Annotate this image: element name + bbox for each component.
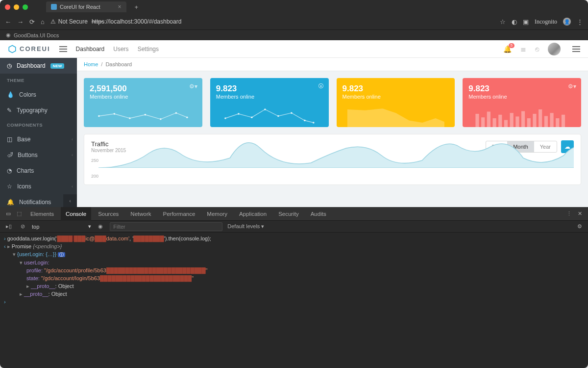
bell-icon[interactable]: 🔔5 xyxy=(503,45,512,53)
brand-text: COREUI xyxy=(20,45,50,53)
svg-rect-26 xyxy=(533,114,537,127)
reload-button[interactable]: ⟳ xyxy=(29,18,35,26)
drop-icon: 💧 xyxy=(7,91,14,98)
location-icon[interactable]: ⦿ xyxy=(318,83,324,90)
devtools-menu-icon[interactable]: ⋮ xyxy=(564,210,574,217)
sidebar-toggle-icon[interactable] xyxy=(59,46,67,52)
chevron-down-icon: ▾ xyxy=(88,223,91,230)
context-selector[interactable]: top xyxy=(32,224,39,230)
traffic-chart xyxy=(98,129,574,168)
y-tick: 200 xyxy=(91,174,98,179)
brand-logo[interactable]: COREUI xyxy=(8,45,50,53)
url-bar: ← → ⟳ ⌂ ⚠ Not Secure https://localhost:3… xyxy=(0,14,588,29)
svg-point-3 xyxy=(129,117,131,119)
pin-icon[interactable]: ⎋ xyxy=(535,45,539,53)
browser-menu-icon[interactable]: ⋮ xyxy=(577,18,583,26)
tab-audits[interactable]: Audits xyxy=(306,207,331,221)
tab-title: CoreUI for React xyxy=(60,4,100,10)
tab-sources[interactable]: Sources xyxy=(93,207,123,221)
svg-point-1 xyxy=(98,115,100,117)
stat-cards: ⚙▾ 2,591,500 Members online ⦿ 9.823 Memb… xyxy=(77,71,588,134)
home-button[interactable]: ⌂ xyxy=(41,18,45,26)
svg-point-14 xyxy=(304,120,306,122)
sidebar-icon[interactable]: ▸▯ xyxy=(4,223,14,230)
sidebar-item-colors[interactable]: 💧Colors xyxy=(0,87,77,103)
clear-console-icon[interactable]: ⊘ xyxy=(19,223,27,230)
stat-value: 9.823 xyxy=(343,84,449,94)
sidebar-item-dashboard[interactable]: ◷ Dashboard NEW xyxy=(0,58,77,74)
bookmark-link[interactable]: GoodData.UI Docs xyxy=(14,32,59,38)
sidebar-minimize[interactable]: ‹ xyxy=(63,194,77,207)
nav-users[interactable]: Users xyxy=(113,46,128,53)
tab-network[interactable]: Network xyxy=(125,207,156,221)
camera-icon[interactable]: ▣ xyxy=(523,18,529,26)
svg-rect-30 xyxy=(556,118,559,127)
svg-point-8 xyxy=(224,117,226,119)
svg-point-11 xyxy=(264,108,266,110)
maximize-window[interactable] xyxy=(23,4,28,10)
avatar[interactable] xyxy=(548,43,561,55)
sidebar-label: Dashboard xyxy=(17,62,46,69)
forward-button[interactable]: → xyxy=(17,18,24,26)
stat-value: 9.823 xyxy=(216,84,323,94)
inspect-icon[interactable]: ▭ xyxy=(4,210,13,217)
nav-dashboard[interactable]: Dashboard xyxy=(76,46,105,53)
breadcrumb: Home / Dashboard xyxy=(77,58,588,71)
gear-icon[interactable]: ⚙▾ xyxy=(568,83,576,90)
aside-toggle-icon[interactable] xyxy=(572,46,580,52)
eye-icon[interactable]: ◉ xyxy=(96,223,105,230)
notif-badge: 5 xyxy=(509,43,514,48)
breadcrumb-sep: / xyxy=(101,61,102,67)
sidebar-title-theme: THEME xyxy=(0,74,77,87)
devtools-close-icon[interactable]: ✕ xyxy=(576,210,584,217)
svg-rect-20 xyxy=(498,115,502,127)
sidebar-label: Buttons xyxy=(18,152,38,158)
filter-input[interactable] xyxy=(110,222,222,231)
extension-icon[interactable]: ◐ xyxy=(512,18,517,26)
settings-icon[interactable]: ⚙ xyxy=(575,223,584,230)
console-output[interactable]: › gooddata.user.login('████ ███ic@███dat… xyxy=(0,233,588,368)
log-levels[interactable]: Default levels ▾ xyxy=(227,223,264,230)
tab-memory[interactable]: Memory xyxy=(202,207,232,221)
svg-point-5 xyxy=(160,118,162,120)
breadcrumb-current: Dashboard xyxy=(105,61,132,67)
bookmark-star-icon[interactable]: ☆ xyxy=(500,18,506,26)
svg-rect-24 xyxy=(521,111,525,127)
svg-rect-29 xyxy=(550,113,554,127)
svg-marker-0 xyxy=(9,45,16,53)
close-tab-icon[interactable]: × xyxy=(118,3,122,10)
devtools-tabs: ▭ ⬚ Elements Console Sources Network Per… xyxy=(0,207,588,221)
tab-security[interactable]: Security xyxy=(273,207,304,221)
minimize-window[interactable] xyxy=(14,4,19,10)
close-window[interactable] xyxy=(5,4,10,10)
svg-rect-28 xyxy=(544,116,548,128)
back-button[interactable]: ← xyxy=(5,18,11,26)
list-icon[interactable]: ≣ xyxy=(520,45,526,53)
logo-hex-icon xyxy=(8,45,17,53)
sidebar-item-base[interactable]: ◫Base‹ xyxy=(0,131,77,147)
svg-rect-21 xyxy=(504,120,508,127)
address-field[interactable]: ⚠ Not Secure https://localhost:3000/#/da… xyxy=(50,18,494,25)
stat-value: 2,591,500 xyxy=(90,84,196,94)
console-toolbar: ▸▯ ⊘ top▾ ◉ Default levels ▾ ⚙ xyxy=(0,221,588,233)
sidebar-item-typography[interactable]: ✎Typography xyxy=(0,103,77,118)
browser-tab[interactable]: CoreUI for React × xyxy=(46,1,126,12)
url-protocol: https xyxy=(92,18,104,25)
new-tab-button[interactable]: + xyxy=(135,3,139,11)
tab-performance[interactable]: Performance xyxy=(158,207,200,221)
nav-settings[interactable]: Settings xyxy=(138,46,159,53)
sidebar-item-icons[interactable]: ☆Icons‹ xyxy=(0,179,77,194)
svg-rect-16 xyxy=(476,114,479,127)
device-icon[interactable]: ⬚ xyxy=(15,210,24,217)
svg-rect-17 xyxy=(481,117,485,127)
app-body: ◷ Dashboard NEW THEME 💧Colors ✎Typograph… xyxy=(0,58,588,207)
svg-rect-18 xyxy=(487,112,490,128)
stat-label: Members online xyxy=(468,94,575,100)
sidebar-item-charts[interactable]: ◔Charts xyxy=(0,163,77,179)
svg-point-9 xyxy=(238,113,240,115)
svg-point-4 xyxy=(145,114,147,116)
tab-application[interactable]: Application xyxy=(234,207,271,221)
breadcrumb-home[interactable]: Home xyxy=(84,61,98,67)
gear-icon[interactable]: ⚙▾ xyxy=(189,83,197,90)
sidebar-item-buttons[interactable]: ⮰Buttons‹ xyxy=(0,147,77,163)
